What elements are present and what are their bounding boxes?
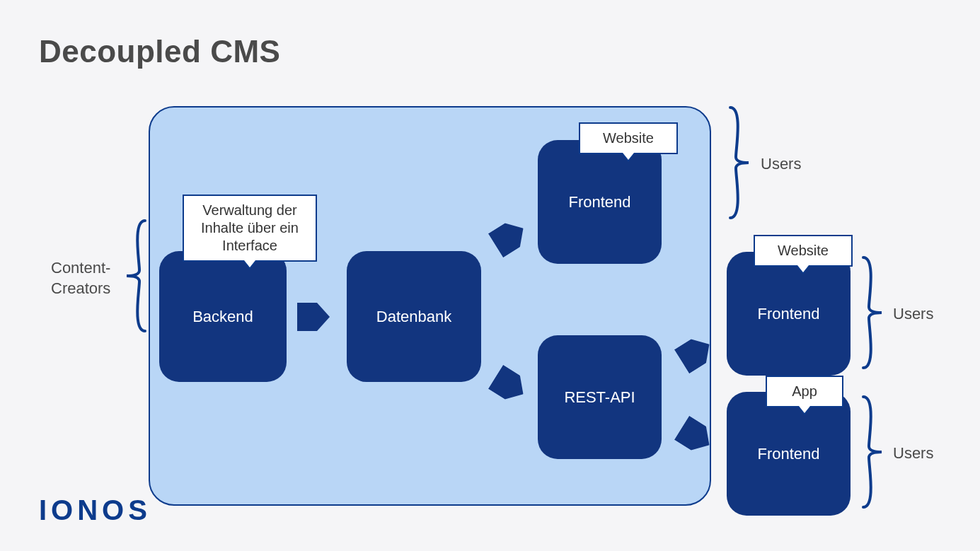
brace-icon (862, 256, 884, 369)
callout-backend: Verwaltung derInhalte über einInterface (183, 195, 317, 262)
brace-icon (862, 395, 884, 509)
callout-frontend-b: Website (754, 235, 853, 267)
ionos-logo: IONOS (39, 494, 151, 526)
label-users-a: Users (761, 154, 801, 175)
callout-tail-icon (797, 406, 812, 415)
label-users-c: Users (893, 443, 933, 464)
callout-frontend-a-text: Website (603, 130, 654, 146)
callout-backend-text: Verwaltung derInhalte über einInterface (201, 202, 299, 253)
callout-frontend-b-text: Website (778, 243, 829, 258)
node-backend: Backend (159, 251, 287, 382)
callout-frontend-c-text: App (792, 383, 817, 399)
label-users-b: Users (893, 304, 933, 325)
brace-icon (124, 219, 146, 332)
node-rest-api: REST-API (538, 335, 662, 459)
arrow-icon (297, 303, 330, 331)
node-datenbank: Datenbank (347, 251, 481, 382)
callout-tail-icon (796, 265, 810, 274)
callout-tail-icon (621, 153, 635, 162)
callout-tail-icon (243, 260, 257, 269)
label-content-creators: Content-Creators (51, 258, 110, 298)
node-frontend-a: Frontend (538, 140, 662, 264)
node-frontend-c: Frontend (727, 392, 851, 516)
page-title: Decoupled CMS (39, 34, 280, 69)
brace-icon (729, 106, 751, 219)
node-frontend-b: Frontend (727, 252, 851, 376)
callout-frontend-c: App (766, 376, 843, 407)
callout-frontend-a: Website (579, 122, 678, 154)
